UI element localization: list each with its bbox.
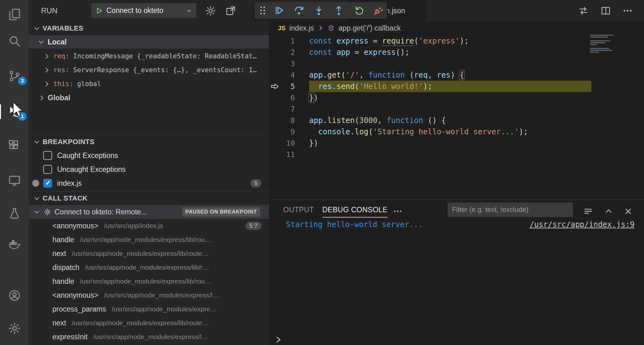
source-control-badge: 3 <box>18 77 27 85</box>
open-launch-json-icon[interactable] <box>225 5 236 16</box>
more-actions-icon[interactable] <box>621 4 634 17</box>
breakpoint-checkbox[interactable] <box>43 165 52 174</box>
step-over-button[interactable] <box>293 4 305 17</box>
console-source-link[interactable]: /usr/src/app/index.js:9 <box>530 220 635 229</box>
stack-frame-row[interactable]: process_params/usr/src/app/node_modules/… <box>29 302 269 316</box>
debug-toolbar <box>254 2 387 19</box>
step-into-button[interactable] <box>313 4 325 17</box>
code-line[interactable]: 10}) <box>269 137 644 149</box>
breakpoints-section-header[interactable]: BREAKPOINTS <box>29 135 269 149</box>
stack-frame-row[interactable]: handle/usr/src/app/node_modules/express/… <box>29 274 269 288</box>
variable-row[interactable]: this:global <box>29 77 269 91</box>
frame-name: process_params <box>52 305 106 313</box>
tab-output[interactable]: OUTPUT <box>283 206 314 214</box>
frame-name: expressInit <box>52 333 87 341</box>
breakpoint-row[interactable]: Uncaught Exceptions <box>29 162 269 176</box>
debug-session-label: Connect to okteto: Remote... <box>55 208 147 216</box>
stack-frame-row[interactable]: handle/usr/src/app/node_modules/express/… <box>29 233 269 247</box>
frame-name: <anonymous> <box>52 291 98 300</box>
scope-global-label: Global <box>48 94 70 102</box>
debug-session-row[interactable]: Connect to okteto: Remote... PAUSED ON B… <box>29 205 269 219</box>
code-line[interactable]: 2const app = express(); <box>269 47 644 58</box>
breakpoint-checkbox[interactable] <box>43 179 52 188</box>
stack-frame-row[interactable]: <anonymous>/usr/src/app/node_modules/exp… <box>29 288 269 302</box>
continue-button[interactable] <box>273 4 285 17</box>
remote-explorer-icon[interactable] <box>0 171 29 190</box>
console-input-chevron-icon[interactable] <box>273 335 283 344</box>
code-line[interactable]: 1const express = require('express'); <box>269 35 644 47</box>
stack-frame-row[interactable]: <anonymous>/usr/src/app/index.js5:7 <box>29 219 269 233</box>
breakpoint-row[interactable]: index.js5 <box>29 176 269 190</box>
variable-name: this: <box>53 80 73 88</box>
scope-global-row[interactable]: Global <box>29 91 269 105</box>
code-line[interactable]: 5 res.send('Hello world!'); <box>269 81 644 92</box>
run-debug-sidebar: RUN Connect to okteto VARIABLES Local re… <box>29 0 269 345</box>
split-editor-icon[interactable] <box>599 4 612 17</box>
stack-frame-row[interactable]: dispatch/usr/src/app/node_modules/expres… <box>29 260 269 274</box>
debug-session-icon <box>43 208 51 216</box>
disconnect-button[interactable] <box>372 4 385 17</box>
step-out-button[interactable] <box>332 4 345 17</box>
accounts-icon[interactable] <box>0 286 29 305</box>
code-lines[interactable]: 1const express = require('express');2con… <box>269 35 644 160</box>
explorer-icon[interactable] <box>0 5 29 24</box>
variable-row[interactable]: res:ServerResponse {_events: {…}, _event… <box>29 63 269 77</box>
breadcrumb-file[interactable]: index.js <box>289 24 314 32</box>
callstack-section-header[interactable]: CALL STACK <box>29 191 269 205</box>
scope-local-row[interactable]: Local <box>29 35 269 49</box>
open-changes-icon[interactable] <box>577 4 590 17</box>
code-line[interactable]: 9 console.log('Starting hello-world serv… <box>269 126 644 137</box>
console-filter-input[interactable] <box>448 202 573 217</box>
line-number: 5 <box>283 81 295 92</box>
code-line[interactable]: 6}) <box>269 92 644 103</box>
stack-frame-row[interactable]: expressInit/usr/src/app/node_modules/exp… <box>29 330 269 344</box>
breakpoint-checkbox[interactable] <box>43 151 52 160</box>
testing-beaker-icon[interactable] <box>0 204 29 222</box>
breakpoint-row[interactable]: Caught Exceptions <box>29 149 269 162</box>
minimap[interactable] <box>590 35 625 54</box>
scope-local-label: Local <box>48 38 67 46</box>
variable-value: global <box>77 80 101 88</box>
panel-maximize-chevron-up-icon[interactable] <box>602 205 615 218</box>
close-panel-icon[interactable] <box>622 205 635 218</box>
chevron-right-icon <box>318 25 324 31</box>
minimap-line <box>590 40 610 41</box>
toolbar-drag-grip-icon[interactable] <box>256 4 269 17</box>
code-line[interactable]: 8app.listen(3000, function () { <box>269 115 644 126</box>
breakpoint-label: Uncaught Exceptions <box>57 165 126 174</box>
activity-bar: 3 1 <box>0 0 29 345</box>
code-line[interactable]: 11 <box>269 149 644 160</box>
extensions-icon[interactable] <box>0 137 29 155</box>
chevron-right-icon <box>43 67 50 73</box>
variable-row[interactable]: req:IncomingMessage {_readableState: Rea… <box>29 49 269 63</box>
settings-gear-icon[interactable] <box>0 319 29 337</box>
stack-frame-row[interactable]: next/usr/src/app/node_modules/express/li… <box>29 316 269 330</box>
frame-name: handle <box>52 236 74 244</box>
line-number: 10 <box>283 137 295 149</box>
stack-frame-row[interactable]: next/usr/src/app/node_modules/express/li… <box>29 247 269 260</box>
breakpoints-header-label: BREAKPOINTS <box>43 138 95 146</box>
editor-area: launch.json JS index.js app.get('/') cal… <box>269 0 644 200</box>
minimap-line <box>590 44 597 45</box>
debug-badge: 1 <box>18 112 27 121</box>
launch-config-dropdown[interactable]: Connect to okteto <box>91 3 196 18</box>
docker-icon[interactable] <box>0 235 29 253</box>
code-line[interactable]: 3 <box>269 58 644 69</box>
chevron-down-icon <box>34 209 40 215</box>
breadcrumb-symbol[interactable]: app.get('/') callback <box>338 24 401 32</box>
search-icon[interactable] <box>0 32 29 50</box>
code-line[interactable]: 7 <box>269 103 644 115</box>
code-line[interactable]: 4app.get('/', function (req, res) { <box>269 69 644 81</box>
tab-debug-console[interactable]: DEBUG CONSOLE <box>322 206 388 218</box>
restart-button[interactable] <box>353 4 366 17</box>
word-wrap-icon[interactable] <box>582 205 594 218</box>
line-number: 1 <box>283 35 295 47</box>
more-tabs-icon[interactable] <box>393 206 404 218</box>
source-control-icon[interactable]: 3 <box>0 67 29 85</box>
configure-gear-icon[interactable] <box>205 5 216 16</box>
breakpoint-dot-icon <box>32 180 39 187</box>
line-number: 8 <box>283 115 295 126</box>
run-and-debug-icon[interactable]: 1 <box>0 102 29 121</box>
variables-section-header[interactable]: VARIABLES <box>29 21 269 35</box>
start-debug-icon <box>95 7 103 15</box>
